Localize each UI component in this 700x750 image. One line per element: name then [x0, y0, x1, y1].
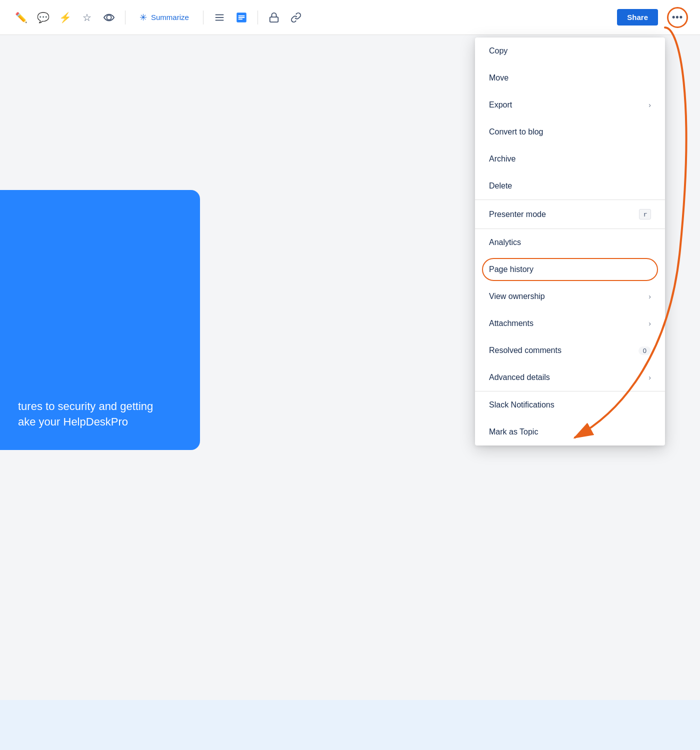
- menu-item-analytics[interactable]: Analytics: [475, 229, 665, 256]
- menu-item-advanced-details[interactable]: Advanced details ›: [475, 364, 665, 391]
- menu-item-mark-as-topic[interactable]: Mark as Topic: [475, 418, 665, 446]
- lightning-icon[interactable]: ⚡: [56, 8, 74, 26]
- menu-item-resolved-comments[interactable]: Resolved comments 0: [475, 337, 665, 364]
- blue-card: tures to security and getting ake your H…: [0, 190, 200, 450]
- menu-item-view-ownership[interactable]: View ownership ›: [475, 283, 665, 310]
- divider-2: [203, 10, 204, 24]
- menu-item-delete[interactable]: Delete: [475, 172, 665, 200]
- svg-rect-7: [238, 18, 242, 20]
- more-options-button[interactable]: •••: [667, 7, 688, 28]
- layers-icon[interactable]: [232, 8, 250, 26]
- list-icon[interactable]: [210, 8, 228, 26]
- export-chevron-icon: ›: [648, 101, 651, 109]
- menu-item-presenter-mode[interactable]: Presenter mode r: [475, 200, 665, 228]
- menu-item-page-history[interactable]: Page history: [475, 256, 665, 283]
- menu-group-4: Slack Notifications Mark as Topic: [475, 392, 665, 446]
- view-ownership-chevron-icon: ›: [648, 292, 651, 300]
- menu-item-copy[interactable]: Copy: [475, 38, 665, 64]
- advanced-details-chevron-icon: ›: [648, 374, 651, 382]
- divider-1: [125, 10, 126, 24]
- toolbar: ✏️ 💬 ⚡ ☆ ✳ Summarize Share •••: [0, 0, 700, 35]
- menu-item-convert-to-blog[interactable]: Convert to blog: [475, 118, 665, 146]
- lock-icon[interactable]: [265, 8, 283, 26]
- watch-icon[interactable]: [100, 8, 118, 26]
- bottom-area: [0, 700, 700, 750]
- svg-rect-6: [238, 16, 244, 18]
- blue-card-text: tures to security and getting ake your H…: [18, 399, 182, 430]
- menu-item-slack-notifications[interactable]: Slack Notifications: [475, 392, 665, 418]
- menu-item-archive[interactable]: Archive: [475, 146, 665, 172]
- summarize-button[interactable]: ✳ Summarize: [132, 9, 196, 26]
- menu-group-1: Copy Move Export › Convert to blog Archi…: [475, 38, 665, 200]
- svg-point-0: [106, 15, 111, 20]
- comment-icon[interactable]: 💬: [34, 8, 52, 26]
- more-dots-icon: •••: [672, 12, 683, 22]
- summarize-icon: ✳: [140, 12, 147, 23]
- menu-group-2: Presenter mode r: [475, 200, 665, 229]
- menu-item-export[interactable]: Export ›: [475, 92, 665, 118]
- dropdown-menu: Copy Move Export › Convert to blog Archi…: [475, 38, 665, 446]
- attachments-chevron-icon: ›: [648, 320, 651, 328]
- presenter-mode-kbd: r: [639, 209, 651, 220]
- menu-item-attachments[interactable]: Attachments ›: [475, 310, 665, 337]
- divider-3: [258, 10, 258, 24]
- share-button[interactable]: Share: [617, 9, 658, 26]
- edit-icon[interactable]: ✏️: [12, 8, 30, 26]
- menu-group-3: Analytics Page history View ownership › …: [475, 229, 665, 392]
- menu-item-move[interactable]: Move: [475, 64, 665, 92]
- star-icon[interactable]: ☆: [78, 8, 96, 26]
- resolved-comments-badge: 0: [638, 346, 651, 355]
- link-icon[interactable]: [287, 8, 305, 26]
- svg-rect-5: [238, 15, 244, 16]
- svg-rect-8: [270, 17, 278, 22]
- summarize-label: Summarize: [151, 13, 189, 22]
